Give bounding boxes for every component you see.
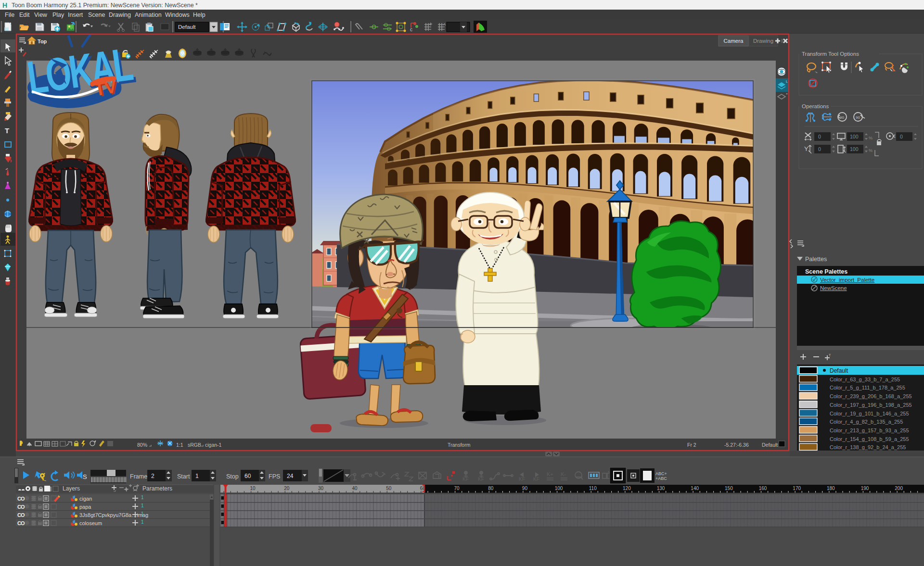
svg-text:Edit: Edit bbox=[19, 12, 30, 18]
svg-text:Palettes: Palettes bbox=[805, 256, 827, 263]
svg-text:80: 80 bbox=[488, 486, 494, 491]
svg-text:10: 10 bbox=[250, 486, 256, 491]
svg-text:Scene: Scene bbox=[88, 12, 105, 18]
svg-text:20: 20 bbox=[284, 486, 290, 491]
svg-text:papa: papa bbox=[79, 504, 91, 510]
svg-text:Layers: Layers bbox=[63, 485, 80, 492]
svg-text:A: A bbox=[443, 22, 446, 26]
svg-text:Camera: Camera bbox=[724, 38, 744, 44]
svg-text:+ABC: +ABC bbox=[655, 476, 667, 481]
svg-text:Color_r_63_g_33_b_7_a_255: Color_r_63_g_33_b_7_a_255 bbox=[830, 377, 900, 382]
svg-text:CO: CO bbox=[17, 504, 25, 510]
svg-text:140: 140 bbox=[691, 486, 699, 491]
svg-text:Insert: Insert bbox=[68, 12, 83, 18]
svg-text:Transform: Transform bbox=[448, 442, 471, 448]
svg-text:KF: KF bbox=[533, 477, 539, 482]
svg-text:80%: 80% bbox=[137, 442, 147, 448]
svg-text:30: 30 bbox=[318, 486, 324, 491]
svg-text:70: 70 bbox=[454, 486, 460, 491]
svg-text:Fr 2: Fr 2 bbox=[687, 442, 696, 448]
svg-text:c: c bbox=[410, 27, 412, 32]
svg-text:200: 200 bbox=[895, 486, 903, 491]
svg-text:KF: KF bbox=[519, 477, 525, 482]
svg-text:90: 90 bbox=[856, 115, 860, 120]
svg-text:K-: K- bbox=[561, 471, 566, 477]
svg-text:K+: K+ bbox=[547, 471, 553, 477]
svg-text:-5.27:-6.36: -5.27:-6.36 bbox=[724, 442, 749, 448]
svg-text:1: 1 bbox=[141, 519, 144, 525]
svg-text:View: View bbox=[34, 12, 48, 18]
svg-text:Color_r_4_g_82_b_135_a_255: Color_r_4_g_82_b_135_a_255 bbox=[830, 419, 903, 425]
svg-text:T: T bbox=[5, 126, 9, 135]
svg-text:Top: Top bbox=[38, 38, 47, 44]
svg-text:Y: Y bbox=[804, 145, 808, 152]
svg-text:Default: Default bbox=[830, 367, 848, 374]
svg-text:0: 0 bbox=[818, 134, 821, 139]
svg-text:110: 110 bbox=[589, 486, 597, 491]
svg-text:Frame: Frame bbox=[130, 473, 147, 480]
svg-text:Vector_import_Palette: Vector_import_Palette bbox=[820, 277, 874, 283]
svg-text:100: 100 bbox=[850, 134, 859, 139]
svg-text:%: % bbox=[869, 136, 873, 140]
svg-text:Color_r_197_g_196_b_198_a_255: Color_r_197_g_196_b_198_a_255 bbox=[830, 402, 912, 408]
svg-text:60: 60 bbox=[244, 473, 251, 479]
svg-text:Color_r_154_g_108_b_59_a_255: Color_r_154_g_108_b_59_a_255 bbox=[830, 436, 909, 442]
svg-text:KF: KF bbox=[478, 477, 484, 482]
svg-text:Play: Play bbox=[52, 12, 64, 18]
svg-text:Color_r_138_g_92_b_24_a_255: Color_r_138_g_92_b_24_a_255 bbox=[830, 444, 906, 450]
svg-text:cigan: cigan bbox=[79, 496, 92, 502]
svg-text:120: 120 bbox=[623, 486, 631, 491]
svg-text:Stop: Stop bbox=[226, 473, 239, 480]
svg-text:KF: KF bbox=[462, 477, 469, 482]
svg-text:CO: CO bbox=[17, 520, 25, 526]
svg-text:Default: Default bbox=[762, 442, 778, 448]
svg-text:Help: Help bbox=[193, 12, 205, 18]
svg-text:50: 50 bbox=[386, 486, 392, 491]
svg-text:NewScene: NewScene bbox=[820, 285, 847, 291]
svg-text:40: 40 bbox=[352, 486, 358, 491]
svg-text:90: 90 bbox=[840, 115, 844, 120]
svg-text:0: 0 bbox=[900, 134, 903, 139]
svg-text:Parameters: Parameters bbox=[142, 485, 172, 492]
svg-text:Color_r_213_g_157_b_93_a_255: Color_r_213_g_157_b_93_a_255 bbox=[830, 428, 909, 433]
svg-text:FPS: FPS bbox=[269, 473, 280, 480]
svg-text:sRGB: sRGB bbox=[188, 442, 201, 448]
svg-text:Color_r_19_g_101_b_146_a_255: Color_r_19_g_101_b_146_a_255 bbox=[830, 411, 909, 416]
svg-text:Toon Boom Harmony 25.1 Premium: Toon Boom Harmony 25.1 Premium: NewScene… bbox=[12, 2, 198, 9]
svg-text:100: 100 bbox=[850, 146, 859, 152]
svg-text:Transform Tool Options: Transform Tool Options bbox=[802, 51, 859, 57]
svg-text:CO: CO bbox=[17, 512, 25, 518]
svg-text:Default: Default bbox=[178, 24, 196, 30]
svg-text:130: 130 bbox=[657, 486, 665, 491]
svg-text:Drawing: Drawing bbox=[753, 38, 773, 44]
svg-text:160: 160 bbox=[759, 486, 767, 491]
svg-text:Color_r_5_g_111_b_178_a_255: Color_r_5_g_111_b_178_a_255 bbox=[830, 385, 905, 390]
svg-text:100: 100 bbox=[555, 486, 563, 491]
svg-text:Animation: Animation bbox=[135, 12, 162, 18]
svg-text:1: 1 bbox=[141, 503, 144, 508]
svg-text:Scene Palettes: Scene Palettes bbox=[805, 268, 847, 275]
svg-text:H: H bbox=[2, 1, 7, 9]
svg-text:170: 170 bbox=[793, 486, 801, 491]
svg-text:2: 2 bbox=[151, 473, 154, 479]
svg-text:90: 90 bbox=[522, 486, 528, 491]
svg-text:190: 190 bbox=[861, 486, 869, 491]
svg-text:150: 150 bbox=[725, 486, 733, 491]
svg-text:File: File bbox=[5, 12, 14, 18]
svg-text:Windows: Windows bbox=[165, 12, 190, 18]
svg-text:1: 1 bbox=[195, 473, 199, 479]
svg-text:S: S bbox=[83, 473, 87, 480]
svg-text:1: 1 bbox=[141, 511, 144, 516]
svg-text:cigan-1: cigan-1 bbox=[205, 442, 222, 448]
svg-text:CO: CO bbox=[17, 496, 25, 502]
svg-text:T: T bbox=[829, 353, 831, 357]
svg-text:%: % bbox=[869, 148, 873, 153]
svg-text:ABC+: ABC+ bbox=[655, 471, 667, 476]
svg-text:0: 0 bbox=[818, 146, 821, 152]
svg-text:Operations: Operations bbox=[802, 103, 829, 109]
svg-text:1: 1 bbox=[141, 495, 144, 500]
svg-text:Start: Start bbox=[177, 473, 190, 480]
svg-text:Drawing: Drawing bbox=[109, 12, 131, 18]
svg-text:coloseum: coloseum bbox=[79, 520, 102, 526]
svg-text:24: 24 bbox=[287, 473, 294, 479]
